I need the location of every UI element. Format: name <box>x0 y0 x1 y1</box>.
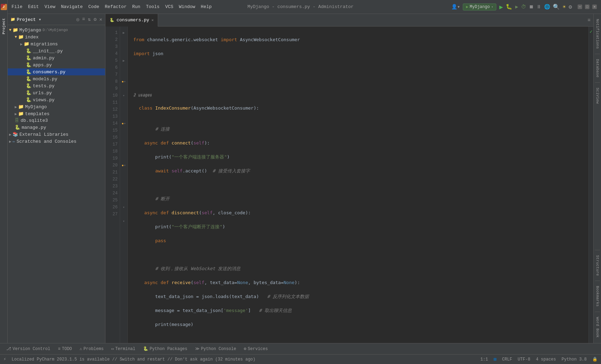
tree-item-templates[interactable]: ▶ 📁 templates <box>8 110 105 117</box>
search-button[interactable]: 🔍 <box>553 3 560 10</box>
tab-close-icon[interactable]: ✕ <box>151 18 154 22</box>
wordbook-tab[interactable]: Word Book <box>595 314 600 340</box>
tree-root[interactable]: ▼ 📁 MyDjango D:\MyDjango <box>8 27 105 34</box>
menu-tools[interactable]: Tools <box>143 3 162 10</box>
menu-view[interactable]: View <box>42 3 58 10</box>
tree-close-icon[interactable]: ✕ <box>99 16 102 22</box>
tree-item-views[interactable]: 🐍 views.py <box>8 96 105 103</box>
usages-hint: 2 usages <box>133 91 152 98</box>
terminal-tab[interactable]: ▭ Terminal <box>108 345 139 353</box>
problems-icon: ⚠ <box>80 346 82 351</box>
project-panel-header: 📁 Project ▾ ◎ ≡ ⇅ ⚙ ✕ <box>8 14 105 25</box>
tree-item-ext-libs[interactable]: ▶ 📚 External Libraries <box>8 131 105 138</box>
tree-item-db[interactable]: 🗄 db.sqlite3 <box>8 117 105 124</box>
tree-item-urls[interactable]: 🐍 urls.py <box>8 89 105 96</box>
menu-run[interactable]: Run <box>130 3 143 10</box>
tab-filename: consumers.py <box>117 17 149 23</box>
tree-item-index[interactable]: ▼ 📁 index <box>8 34 105 40</box>
menu-refactor[interactable]: Refactor <box>102 3 129 10</box>
terminal-icon: ▭ <box>111 346 114 351</box>
minimize-button[interactable]: ─ <box>578 5 582 9</box>
tab-consumers[interactable]: 🐍 consumers.py ✕ <box>105 14 158 27</box>
cursor-position[interactable]: 1:1 <box>481 357 488 362</box>
pause-button[interactable]: ⏸ <box>536 4 541 10</box>
project-panel-title: Project ▾ <box>17 17 41 22</box>
fold-line13[interactable]: ▾ <box>124 121 126 126</box>
coverage-button[interactable]: ▶ <box>515 4 518 10</box>
python-packages-tab[interactable]: 🐍 Python Packages <box>140 345 191 353</box>
fold-line8[interactable]: ▾ <box>124 80 126 84</box>
close-button[interactable]: ✕ <box>592 5 597 9</box>
tree-item-scratches[interactable]: ▶ ✏ Scratches and Consoles <box>8 138 105 145</box>
notifications-tab[interactable]: Notifications <box>595 16 600 52</box>
bookmarks-tab[interactable]: Bookmarks <box>595 283 600 309</box>
profile-run-button[interactable]: ⏱ <box>521 4 526 10</box>
status-bar: ⚡ Localized PyCharm 2023.1.5 is availabl… <box>0 354 601 364</box>
tree-item-consumers[interactable]: 🐍 consumers.py <box>8 68 105 75</box>
structure-tab[interactable]: Structure <box>595 252 600 278</box>
profile-button[interactable]: 👤▾ <box>451 4 460 10</box>
tree-item-mydjango[interactable]: ▶ 📁 MyDjango <box>8 103 105 110</box>
menu-vcs[interactable]: VCS <box>163 3 176 10</box>
tree-sort-icon[interactable]: ⇅ <box>88 16 91 22</box>
divider2 <box>595 82 600 83</box>
tab-bar: 🐍 consumers.py ✕ ≡ <box>105 14 593 27</box>
python-version[interactable]: Python 3.8 <box>562 357 587 362</box>
run-button[interactable]: ▶ <box>499 3 503 11</box>
validation-ok-icon: ✓ <box>589 29 592 35</box>
database-tab[interactable]: Database <box>595 56 600 80</box>
stop-button[interactable]: ⏹ <box>529 4 534 10</box>
fold-line18[interactable]: ▾ <box>124 163 126 168</box>
right-sidebar: Notifications Database SciView Structure… <box>593 14 601 343</box>
todo-tab[interactable]: ≡ TODO <box>54 345 75 353</box>
divider3 <box>595 250 600 250</box>
settings-button[interactable]: ⚙ <box>569 3 572 10</box>
python-pkg-icon: 🐍 <box>143 346 148 351</box>
encoding[interactable]: UTF-8 <box>518 357 530 362</box>
menu-help[interactable]: Help <box>198 3 214 10</box>
sciview-tab[interactable]: SciView <box>595 85 600 106</box>
project-side-tab[interactable]: Project <box>0 14 8 343</box>
vc-icon: ⎇ <box>6 346 11 351</box>
usages-annotation: 2 usages <box>133 92 588 98</box>
tree-item-apps[interactable]: 🐍 apps.py <box>8 61 105 68</box>
project-tab-label[interactable]: Project <box>1 15 7 37</box>
locate-icon[interactable]: ◎ <box>76 16 79 22</box>
divider4 <box>595 281 600 281</box>
tree-item-manage[interactable]: 🐍 manage.py <box>8 124 105 131</box>
menu-navigate[interactable]: Navigate <box>59 3 85 10</box>
theme-toggle[interactable]: ☀ <box>563 3 566 10</box>
maximize-button[interactable]: □ <box>585 5 589 9</box>
tree-item-migrations[interactable]: ▶ 📁 migrations <box>8 40 105 47</box>
todo-icon: ≡ <box>58 347 60 351</box>
run-config-dropdown[interactable]: ▶ MyDjango ▾ <box>463 3 496 10</box>
indent[interactable]: 4 spaces <box>536 357 556 362</box>
tree-item-init[interactable]: 🐍 __init__.py <box>8 47 105 54</box>
translate-button[interactable]: 🌐 <box>544 4 550 10</box>
tree-settings-icon[interactable]: ⚙ <box>94 16 96 22</box>
tree-collapse-icon[interactable]: ≡ <box>82 16 85 22</box>
divider5 <box>595 312 600 312</box>
menu-edit[interactable]: Edit <box>25 3 41 10</box>
python-console-tab[interactable]: ≫ Python Console <box>192 345 240 353</box>
menu-window[interactable]: Window <box>177 3 198 10</box>
version-control-tab[interactable]: ⎇ Version Control <box>3 345 54 353</box>
status-message: Localized PyCharm 2023.1.5 is available … <box>12 357 255 362</box>
gutter-markers: ▶ ▶ ● ▾ ▾ ● ▾ <box>120 27 128 343</box>
tree-item-models[interactable]: 🐍 models.py <box>8 75 105 82</box>
tree-item-tests[interactable]: 🐍 tests.py <box>8 82 105 89</box>
tab-menu-icon[interactable]: ≡ <box>585 17 593 23</box>
debug-button[interactable]: 🐛 <box>506 3 512 10</box>
windows-icon: ⊞ <box>494 356 496 362</box>
code-area: 1234 5678910 111213141516 171819202122 2… <box>105 27 593 343</box>
problems-tab[interactable]: ⚠ Problems <box>76 345 107 353</box>
validation-gutter: ✓ <box>588 27 593 343</box>
python-console-icon: ≫ <box>195 346 200 351</box>
tree-item-admin[interactable]: 🐍 admin.py <box>8 54 105 61</box>
tab-file-icon: 🐍 <box>110 18 114 22</box>
line-separator[interactable]: CRLF <box>502 357 512 362</box>
menu-code[interactable]: Code <box>86 3 102 10</box>
code-content[interactable]: from channels.generic.websocket import A… <box>128 27 588 343</box>
services-tab[interactable]: ⚙ Services <box>240 345 272 353</box>
menu-file[interactable]: File <box>9 3 25 10</box>
